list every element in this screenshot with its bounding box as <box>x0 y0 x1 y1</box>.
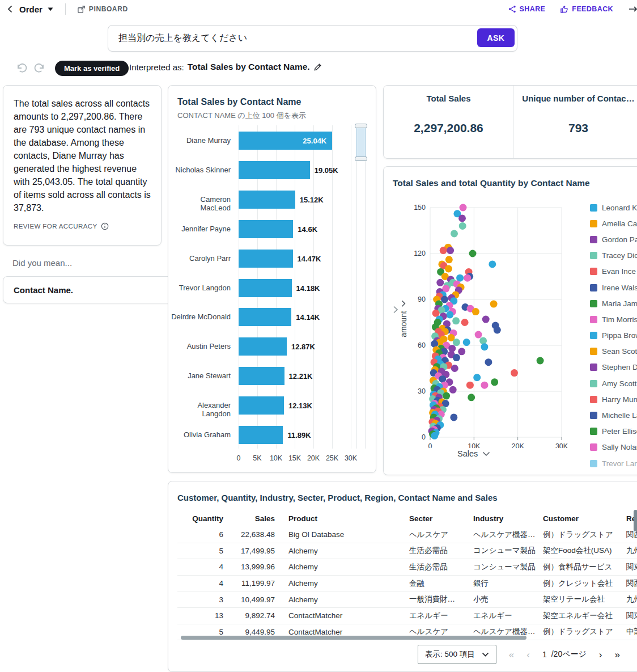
table-row[interactable]: 310,499.97Alchemy一般消費財…小売架空リテール会社九州 <box>177 591 637 608</box>
chart-scrollbar-track[interactable] <box>356 125 366 449</box>
scatter-point[interactable] <box>490 301 498 308</box>
scatter-point[interactable] <box>468 394 475 401</box>
legend-item[interactable]: Amelia Ca… <box>590 215 637 231</box>
scatter-point[interactable] <box>473 374 481 381</box>
legend-item[interactable]: Evan Ince <box>590 264 637 280</box>
scatter-point[interactable] <box>453 354 460 361</box>
legend-item[interactable]: Trevor Lan… <box>590 455 637 471</box>
undo-icon[interactable] <box>16 62 28 74</box>
scatter-point[interactable] <box>436 279 444 286</box>
scatter-point[interactable] <box>481 343 488 350</box>
back-chevron-icon[interactable] <box>6 5 15 14</box>
scatter-point[interactable] <box>445 256 453 263</box>
table-row[interactable]: 411,199.97Alchemy金融銀行例）クレジット会社関西 <box>177 576 637 592</box>
scatter-point[interactable] <box>440 247 447 254</box>
legend-item[interactable]: Irene Walsh <box>590 280 637 295</box>
bar[interactable] <box>239 308 291 326</box>
scatter-point[interactable] <box>491 378 498 386</box>
pinboard-link[interactable]: PINBOARD <box>77 5 128 14</box>
table-row[interactable]: 622,638.48Big Ol Databaseヘルスケアヘルスケア機器…例）… <box>177 527 637 543</box>
info-icon[interactable] <box>101 222 109 230</box>
table-row[interactable]: 139,892.74ContactMatcherエネルギーエネルギー架空エネルギ… <box>177 608 637 624</box>
legend-item[interactable]: Maria James <box>590 295 637 311</box>
scatter-point[interactable] <box>472 308 479 315</box>
did-you-mean-suggestion[interactable]: Contact Name. <box>3 276 182 303</box>
scatter-point[interactable] <box>451 365 458 372</box>
horizontal-scrollbar[interactable] <box>181 636 526 640</box>
column-header[interactable]: Quantity <box>177 514 223 523</box>
scatter-point[interactable] <box>482 316 490 323</box>
prev-page-button[interactable]: ‹ <box>526 650 530 660</box>
scatter-point[interactable] <box>511 369 518 377</box>
legend-item[interactable]: Leonard Kelly <box>590 200 637 215</box>
scatter-point[interactable] <box>451 230 458 237</box>
vertical-scrollbar[interactable] <box>634 510 637 531</box>
scatter-point[interactable] <box>464 274 471 282</box>
mark-as-verified-button[interactable]: Mark as verified <box>55 61 129 76</box>
bar[interactable] <box>239 367 284 385</box>
topic-title[interactable]: Order <box>19 5 43 14</box>
legend-item[interactable]: Sean Scott <box>590 344 637 360</box>
next-page-button[interactable]: › <box>599 650 602 660</box>
first-page-button[interactable]: « <box>509 650 514 660</box>
bar[interactable] <box>239 161 310 179</box>
scatter-point[interactable] <box>452 317 460 324</box>
scatter-point[interactable] <box>449 386 457 394</box>
last-page-button[interactable]: » <box>615 650 620 660</box>
scatter-point[interactable] <box>469 250 477 257</box>
scatter-point[interactable] <box>466 382 474 389</box>
scatter-point[interactable] <box>447 247 454 254</box>
scatter-point[interactable] <box>458 214 466 222</box>
table-row[interactable]: 413,999.96Alchemy生活必需品コンシューマ製品例）食料品サービス関… <box>177 559 637 576</box>
share-button[interactable]: SHARE <box>508 5 546 13</box>
collapse-panel-icon[interactable] <box>628 5 637 14</box>
scatter-point[interactable] <box>460 204 467 212</box>
scatter-point[interactable] <box>475 331 482 339</box>
bar[interactable] <box>239 250 293 268</box>
scatter-point[interactable] <box>446 311 453 319</box>
scatter-point[interactable] <box>489 260 496 268</box>
column-header[interactable]: Product <box>275 514 409 523</box>
bar[interactable] <box>239 191 295 209</box>
feedback-button[interactable]: FEEDBACK <box>560 5 613 14</box>
legend-item[interactable]: Gordon Parr <box>590 231 637 247</box>
page-size-dropdown[interactable]: 表示: 500 項目 <box>418 645 496 664</box>
scatter-point[interactable] <box>481 382 488 389</box>
legend-item[interactable]: Peter Ellison <box>590 424 637 439</box>
chart-scrollbar-grip-bottom[interactable] <box>355 157 367 161</box>
column-header[interactable]: Sales <box>223 514 275 523</box>
legend-item[interactable]: Michelle La… <box>590 407 637 423</box>
scatter-point[interactable] <box>494 327 501 334</box>
column-header[interactable]: Secter <box>409 514 473 523</box>
bar[interactable] <box>239 396 284 415</box>
redo-icon[interactable] <box>33 62 45 74</box>
scatter-point[interactable] <box>459 222 466 230</box>
column-header[interactable]: Customer <box>543 514 626 523</box>
bar[interactable] <box>239 279 292 297</box>
legend-item[interactable]: Pippa Brown <box>590 328 637 344</box>
table-row[interactable]: 517,499.95Alchemy生活必需品コンシューマ製品架空Food会社(U… <box>177 543 637 560</box>
caret-down-icon[interactable] <box>47 6 54 12</box>
x-axis-field[interactable]: Sales <box>457 449 490 458</box>
chart-scrollbar-grip-top[interactable] <box>355 124 367 128</box>
question-input[interactable] <box>108 33 517 44</box>
scatter-point[interactable] <box>450 413 457 421</box>
legend-item[interactable]: Stephen Dyer <box>590 360 637 375</box>
bar[interactable] <box>239 220 293 238</box>
scatter-point[interactable] <box>445 265 452 273</box>
column-header[interactable]: Industry <box>473 514 543 523</box>
scatter-point[interactable] <box>443 392 450 400</box>
legend-item[interactable]: Sally Nolan <box>590 439 637 455</box>
legend-item[interactable]: Harry Murray <box>590 391 637 407</box>
ask-button[interactable]: ASK <box>477 28 515 47</box>
scatter-point[interactable] <box>453 339 460 346</box>
legend-item[interactable]: Amy Scott <box>590 375 637 391</box>
bar[interactable] <box>239 337 287 356</box>
scatter-point[interactable] <box>485 358 492 366</box>
legend-item[interactable]: Tim Morrison <box>590 311 637 327</box>
scatter-point[interactable] <box>458 348 465 355</box>
chart-scrollbar-thumb[interactable] <box>356 125 366 159</box>
scatter-point[interactable] <box>441 296 448 303</box>
scatter-point[interactable] <box>431 432 438 439</box>
scatter-point[interactable] <box>479 337 487 344</box>
